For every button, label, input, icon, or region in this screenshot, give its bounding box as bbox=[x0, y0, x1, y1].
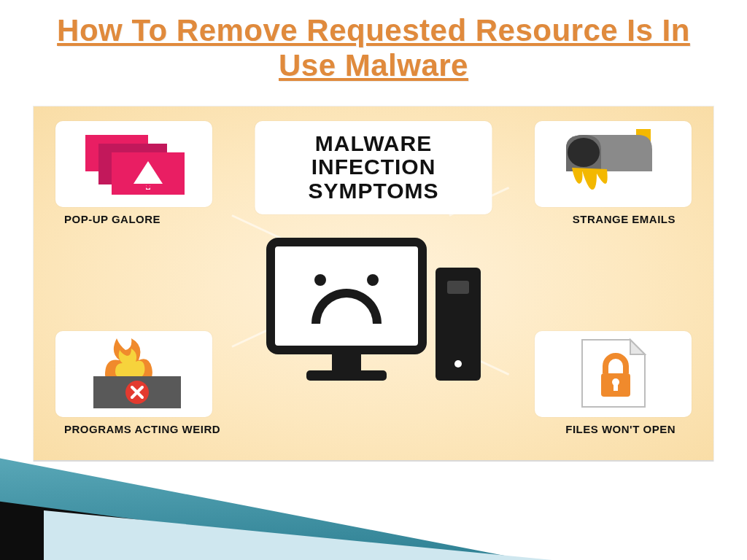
label-files-wont-open: FILES WON'T OPEN bbox=[565, 423, 676, 435]
page-title: How To Remove Requested Resource Is In U… bbox=[0, 0, 747, 91]
mailbox-icon bbox=[551, 128, 676, 201]
screen bbox=[266, 238, 427, 354]
infographic-panel: MALWARE INFECTION SYMPTOMS POP-UP GALORE… bbox=[33, 106, 714, 462]
card-files-wont-open bbox=[535, 331, 692, 417]
locked-file-icon bbox=[566, 335, 661, 412]
burning-box-icon bbox=[76, 335, 193, 412]
sad-mouth bbox=[311, 289, 382, 324]
svg-point-5 bbox=[146, 184, 150, 189]
monitor bbox=[266, 238, 427, 381]
sad-computer-icon bbox=[266, 238, 481, 381]
svg-rect-15 bbox=[614, 384, 618, 391]
eye-right bbox=[367, 274, 379, 286]
center-title-text: MALWARE INFECTION SYMPTOMS bbox=[255, 132, 492, 203]
monitor-base bbox=[306, 370, 387, 381]
label-popup-galore: POP-UP GALORE bbox=[64, 213, 160, 225]
popup-galore-icon bbox=[80, 129, 189, 198]
title-text: How To Remove Requested Resource Is In U… bbox=[29, 13, 718, 84]
card-programs-weird bbox=[55, 331, 212, 417]
card-strange-emails bbox=[535, 121, 692, 207]
center-title-card: MALWARE INFECTION SYMPTOMS bbox=[255, 121, 492, 214]
pc-tower bbox=[436, 268, 481, 381]
label-strange-emails: STRANGE EMAILS bbox=[573, 213, 676, 225]
card-popup-galore bbox=[55, 121, 212, 207]
svg-point-8 bbox=[568, 138, 600, 167]
eye-left bbox=[314, 274, 326, 286]
label-programs-weird: PROGRAMS ACTING WEIRD bbox=[64, 423, 220, 435]
eyes bbox=[275, 274, 418, 286]
monitor-stand bbox=[332, 354, 361, 370]
